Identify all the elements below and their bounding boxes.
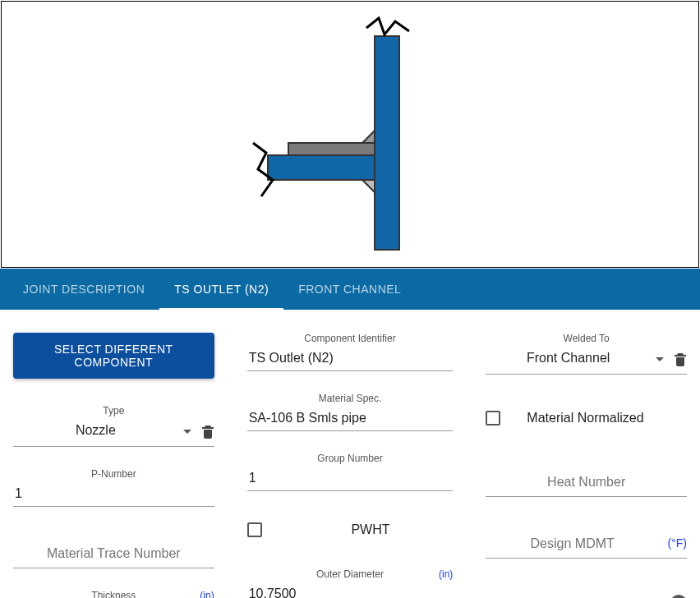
- part-number-field: ?: [486, 593, 687, 598]
- part-number-input[interactable]: [486, 593, 687, 598]
- svg-rect-0: [375, 36, 399, 250]
- p-number-label: P-Number: [13, 468, 214, 480]
- svg-marker-4: [362, 180, 375, 192]
- material-spec-input[interactable]: [247, 407, 454, 431]
- material-spec-field: Material Spec.: [247, 393, 454, 431]
- welded-to-select[interactable]: [486, 347, 651, 370]
- component-identifier-input[interactable]: [247, 347, 454, 371]
- outer-diameter-label: Outer Diameter: [247, 568, 454, 580]
- svg-rect-1: [268, 155, 375, 180]
- material-normalized-checkbox[interactable]: [486, 411, 500, 426]
- nozzle-diagram-svg: [202, 12, 498, 258]
- outer-diameter-unit: (in): [439, 568, 453, 580]
- outer-diameter-field: Outer Diameter (in): [247, 568, 454, 598]
- svg-marker-3: [362, 131, 375, 143]
- heat-number-input[interactable]: [486, 470, 687, 497]
- component-identifier-label: Component Identifier: [247, 333, 454, 344]
- tab-ts-outlet[interactable]: TS OUTLET (N2): [159, 269, 283, 310]
- select-different-component-button[interactable]: SELECT DIFFERENT COMPONENT: [13, 333, 214, 379]
- form-area: SELECT DIFFERENT COMPONENT Type P-Number…: [0, 310, 700, 598]
- type-label: Type: [13, 405, 214, 416]
- group-number-label: Group Number: [247, 453, 454, 464]
- design-mdmt-unit: (°F): [668, 536, 687, 550]
- material-spec-label: Material Spec.: [247, 393, 454, 404]
- design-mdmt-input[interactable]: [486, 531, 687, 559]
- p-number-input[interactable]: [13, 483, 214, 507]
- material-normalized-label: Material Normalized: [527, 411, 643, 426]
- component-identifier-field: Component Identifier: [247, 333, 454, 371]
- trash-icon[interactable]: [674, 352, 687, 366]
- p-number-field: P-Number: [13, 468, 214, 507]
- thickness-label: Thickness: [13, 590, 214, 598]
- type-select[interactable]: [13, 420, 178, 443]
- welded-to-field: Welded To: [486, 333, 687, 375]
- material-normalized-row: Material Normalized: [486, 401, 687, 435]
- component-diagram: [2, 2, 698, 267]
- thickness-unit: (in): [200, 590, 214, 598]
- outer-diameter-input[interactable]: [247, 583, 454, 598]
- group-number-input[interactable]: [247, 467, 454, 491]
- svg-marker-2: [288, 143, 375, 155]
- pwht-label: PWHT: [288, 522, 454, 537]
- pwht-row: PWHT: [247, 513, 454, 547]
- trash-icon[interactable]: [201, 424, 214, 439]
- pwht-checkbox[interactable]: [247, 522, 262, 537]
- type-field: Type: [13, 405, 214, 447]
- material-trace-number-input[interactable]: [13, 541, 214, 568]
- welded-to-label: Welded To: [486, 333, 687, 344]
- thickness-field: Thickness (in): [13, 590, 214, 598]
- chevron-down-icon[interactable]: [656, 357, 664, 361]
- tab-joint-description[interactable]: JOINT DESCRIPTION: [8, 269, 159, 310]
- chevron-down-icon[interactable]: [183, 430, 191, 434]
- tab-bar: JOINT DESCRIPTION TS OUTLET (N2) FRONT C…: [0, 269, 700, 310]
- group-number-field: Group Number: [247, 453, 454, 491]
- tab-front-channel[interactable]: FRONT CHANNEL: [283, 269, 416, 310]
- design-mdmt-field: (°F): [486, 531, 687, 559]
